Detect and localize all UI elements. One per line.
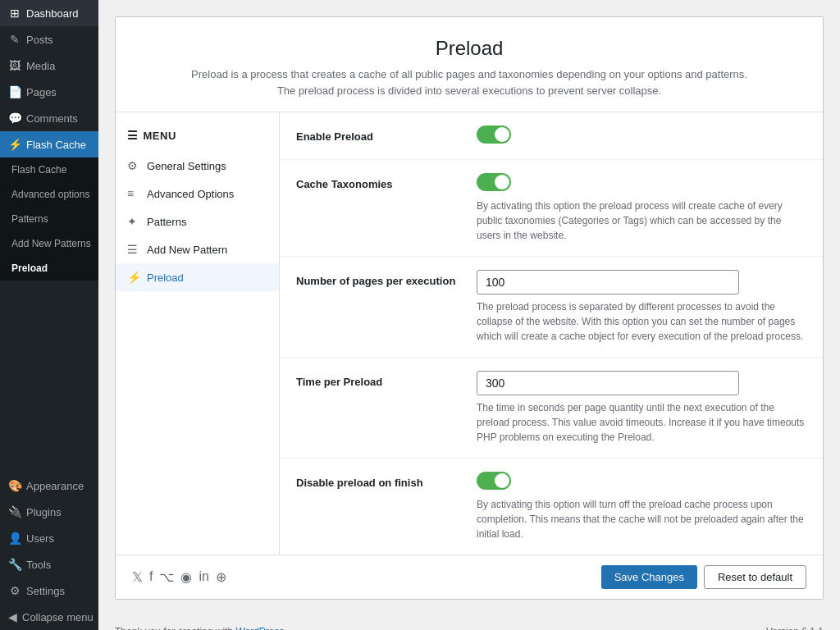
- nav-item-label: Advanced Options: [147, 188, 234, 200]
- sidebar-item-tools[interactable]: 🔧 Tools: [0, 551, 98, 578]
- sidebar-item-label: Posts: [26, 34, 53, 46]
- setting-label-pages-per-execution: Number of pages per execution: [296, 270, 460, 287]
- setting-label-enable-preload: Enable Preload: [296, 126, 460, 143]
- facebook-icon[interactable]: f: [149, 569, 153, 585]
- appearance-icon: 🎨: [8, 479, 21, 492]
- sidebar-item-label: Media: [26, 60, 55, 72]
- sidebar-subitem-flash-cache[interactable]: Flash Cache: [0, 158, 98, 182]
- setting-label-cache-taxonomies: Cache Taxonomies: [296, 173, 460, 190]
- setting-pages-per-execution: Number of pages per execution The preloa…: [280, 257, 823, 358]
- flash-cache-submenu: Flash Cache Advanced options Patterns Ad…: [0, 158, 98, 281]
- menu-lines-icon: ☰: [127, 129, 139, 142]
- pages-icon: 📄: [8, 85, 21, 98]
- sidebar-item-label: Users: [26, 532, 54, 545]
- flash-cache-icon: ⚡: [8, 138, 21, 151]
- sidebar-item-appearance[interactable]: 🎨 Appearance: [0, 472, 98, 499]
- plugin-nav-header: ☰ MENU: [116, 122, 279, 152]
- sidebar-item-label: Collapse menu: [22, 611, 94, 623]
- sidebar-item-users[interactable]: 👤 Users: [0, 525, 98, 551]
- sidebar-item-plugins[interactable]: 🔌 Plugins: [0, 499, 98, 525]
- time-per-preload-input[interactable]: [477, 371, 739, 395]
- save-changes-button[interactable]: Save Changes: [601, 565, 697, 589]
- footer-buttons: Save Changes Reset to default: [601, 565, 806, 589]
- main-content: Preload Preload is a process that create…: [98, 0, 840, 630]
- sidebar-item-label: Comments: [26, 112, 78, 125]
- collapse-icon: ◀: [8, 610, 17, 623]
- general-settings-icon: ⚙: [127, 159, 140, 172]
- setting-control-cache-taxonomies: By activating this option the preload pr…: [477, 173, 806, 243]
- twitter-icon[interactable]: 𝕏: [132, 569, 143, 585]
- plugin-description-1: Preload is a process that creates a cach…: [132, 66, 806, 83]
- subitem-label: Flash Cache: [11, 164, 66, 176]
- sidebar-item-label: Appearance: [26, 480, 84, 492]
- patterns-icon: ✦: [127, 215, 140, 228]
- linkedin-icon[interactable]: in: [199, 569, 208, 585]
- subitem-label: Advanced options: [11, 189, 89, 200]
- setting-time-per-preload: Time per Preload The time in seconds per…: [280, 358, 823, 459]
- time-per-preload-description: The time in seconds per page quantity un…: [477, 400, 806, 445]
- posts-icon: ✎: [8, 33, 21, 46]
- toggle-enable-preload[interactable]: [477, 126, 511, 144]
- nav-item-patterns[interactable]: ✦ Patterns: [116, 208, 279, 235]
- advanced-options-icon: ≡: [127, 187, 140, 200]
- wordpress-icon[interactable]: ⊕: [216, 569, 226, 585]
- sidebar-item-settings[interactable]: ⚙ Settings: [0, 578, 98, 604]
- pages-per-execution-input[interactable]: [477, 270, 739, 294]
- setting-cache-taxonomies: Cache Taxonomies By activating this opti…: [280, 160, 823, 257]
- sidebar-item-label: Flash Cache: [26, 139, 86, 151]
- comments-icon: 💬: [8, 112, 21, 125]
- toggle-cache-taxonomies[interactable]: [477, 173, 511, 191]
- social-icons: 𝕏 f ⌥ ◉ in ⊕: [132, 569, 226, 585]
- footer-thanks: Thank you for creating with WordPress.: [115, 626, 287, 630]
- nav-item-label: Add New Pattern: [147, 244, 227, 256]
- subitem-label: Add New Patterns: [11, 238, 91, 249]
- sidebar-subitem-advanced-options[interactable]: Advanced options: [0, 182, 98, 207]
- nav-item-add-new-pattern[interactable]: ☰ Add New Pattern: [116, 235, 279, 263]
- setting-control-disable-on-finish: By activating this option will turn off …: [477, 472, 806, 541]
- plugin-header: Preload Preload is a process that create…: [116, 17, 823, 112]
- reset-to-default-button[interactable]: Reset to default: [704, 565, 806, 589]
- disable-on-finish-description: By activating this option will turn off …: [477, 497, 806, 541]
- subitem-label: Preload: [11, 262, 48, 274]
- sidebar-item-label: Tools: [26, 559, 51, 571]
- content-wrap: Preload Preload is a process that create…: [98, 0, 840, 616]
- setting-label-disable-on-finish: Disable preload on finish: [296, 472, 460, 489]
- sidebar-subitem-preload[interactable]: Preload: [0, 256, 98, 281]
- setting-control-time-per-preload: The time in seconds per page quantity un…: [477, 371, 806, 445]
- sidebar-item-label: Plugins: [26, 506, 62, 518]
- plugin-body: ☰ MENU ⚙ General Settings ≡ Advanced Opt…: [116, 112, 823, 555]
- sidebar-subitem-patterns[interactable]: Patterns: [0, 207, 98, 231]
- sidebar-item-flash-cache[interactable]: ⚡ Flash Cache: [0, 131, 98, 158]
- instagram-icon[interactable]: ◉: [180, 569, 192, 585]
- nav-item-label: General Settings: [147, 160, 226, 172]
- sidebar-item-comments[interactable]: 💬 Comments: [0, 105, 98, 131]
- media-icon: 🖼: [8, 59, 21, 72]
- add-new-pattern-icon: ☰: [127, 243, 140, 256]
- nav-item-preload[interactable]: ⚡ Preload: [116, 263, 279, 291]
- github-icon[interactable]: ⌥: [159, 569, 174, 585]
- users-icon: 👤: [8, 532, 21, 545]
- setting-disable-on-finish: Disable preload on finish By activating …: [280, 459, 823, 555]
- setting-label-time-per-preload: Time per Preload: [296, 371, 460, 388]
- wordpress-link[interactable]: WordPress.: [235, 626, 286, 630]
- cache-taxonomies-description: By activating this option the preload pr…: [477, 199, 806, 243]
- toggle-slider-disable-on-finish: [477, 472, 511, 490]
- nav-item-label: Patterns: [147, 216, 186, 228]
- plugin-description-2: The preload process is divided into seve…: [132, 83, 806, 99]
- sidebar-item-posts[interactable]: ✎ Posts: [0, 26, 98, 52]
- sidebar: ⊞ Dashboard ✎ Posts 🖼 Media 📄 Pages 💬 Co…: [0, 0, 98, 630]
- settings-icon: ⚙: [8, 584, 21, 597]
- plugin-title: Preload: [132, 37, 806, 60]
- plugin-panel: Preload Preload is a process that create…: [115, 16, 824, 600]
- sidebar-item-media[interactable]: 🖼 Media: [0, 52, 98, 79]
- sidebar-item-pages[interactable]: 📄 Pages: [0, 79, 98, 105]
- sidebar-item-collapse[interactable]: ◀ Collapse menu: [0, 604, 98, 630]
- setting-control-enable-preload: [477, 126, 806, 146]
- nav-item-advanced-options[interactable]: ≡ Advanced Options: [116, 180, 279, 208]
- setting-control-pages-per-execution: The preload process is separated by diff…: [477, 270, 806, 344]
- sidebar-item-dashboard[interactable]: ⊞ Dashboard: [0, 0, 98, 26]
- toggle-disable-on-finish[interactable]: [477, 472, 511, 490]
- sidebar-subitem-add-new-patterns[interactable]: Add New Patterns: [0, 231, 98, 256]
- nav-item-label: Preload: [147, 272, 184, 284]
- nav-item-general-settings[interactable]: ⚙ General Settings: [116, 152, 279, 180]
